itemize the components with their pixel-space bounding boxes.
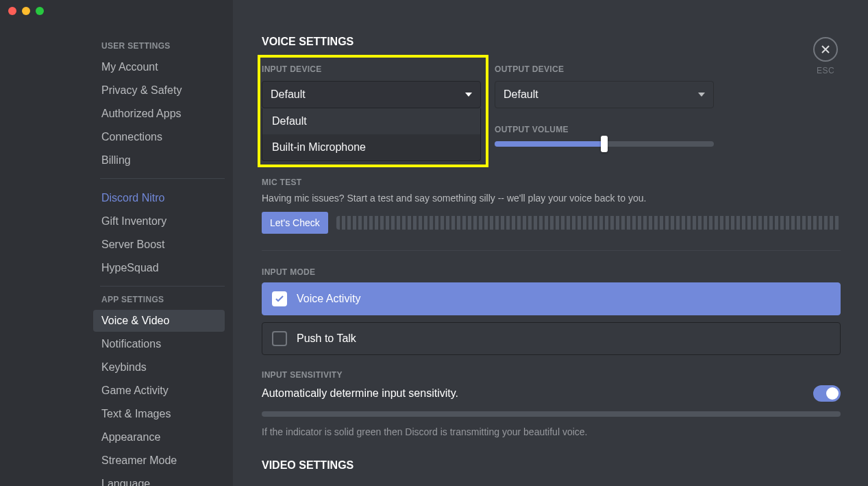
auto-sensitivity-text: Automatically determine input sensitivit… (262, 387, 458, 400)
window-maximize-dot[interactable] (36, 7, 44, 15)
push-to-talk-label: Push to Talk (297, 332, 356, 345)
sidebar-item-hypesquad[interactable]: HypeSquad (100, 257, 225, 279)
sidebar-separator (100, 178, 225, 179)
app-settings-header: APP SETTINGS (100, 295, 225, 304)
checkbox-unchecked-icon (272, 331, 287, 346)
sidebar-item-connections[interactable]: Connections (100, 126, 225, 148)
sensitivity-help-text: If the indicator is solid green then Dis… (262, 426, 841, 437)
sidebar-item-authorized-apps[interactable]: Authorized Apps (100, 103, 225, 125)
output-volume-label: OUTPUT VOLUME (495, 125, 714, 134)
input-device-dropdown: Default Built-in Microphone (262, 108, 481, 161)
input-device-value: Default (271, 88, 306, 101)
sidebar-separator (100, 286, 225, 287)
window-controls (8, 7, 44, 15)
toggle-knob (826, 387, 839, 400)
sidebar-item-language[interactable]: Language (100, 473, 225, 486)
mic-test-label: MIC TEST (262, 178, 841, 187)
sidebar-item-notifications[interactable]: Notifications (100, 333, 225, 355)
slider-thumb[interactable] (601, 136, 608, 152)
input-mode-push-to-talk[interactable]: Push to Talk (262, 322, 841, 355)
sidebar-item-streamer-mode[interactable]: Streamer Mode (100, 450, 225, 472)
content-area: ESC VOICE SETTINGS INPUT DEVICE Default … (233, 0, 868, 486)
input-mode-label: INPUT MODE (262, 267, 841, 277)
output-volume-slider[interactable] (495, 141, 714, 147)
sidebar-item-text-images[interactable]: Text & Images (100, 403, 225, 425)
sidebar-item-game-activity[interactable]: Game Activity (100, 380, 225, 402)
close-icon (813, 37, 838, 62)
settings-sidebar: USER SETTINGS My Account Privacy & Safet… (0, 0, 233, 486)
user-settings-header: USER SETTINGS (100, 41, 225, 51)
chevron-down-icon (465, 93, 472, 97)
sensitivity-indicator-bar (262, 411, 841, 417)
input-device-select[interactable]: Default (262, 81, 481, 108)
close-button[interactable]: ESC (813, 37, 838, 75)
chevron-down-icon (698, 93, 705, 97)
sidebar-item-server-boost[interactable]: Server Boost (100, 234, 225, 256)
input-mode-voice-activity[interactable]: Voice Activity (262, 282, 841, 315)
input-device-option-builtin-mic[interactable]: Built-in Microphone (262, 134, 480, 160)
input-device-label: INPUT DEVICE (262, 64, 481, 74)
sidebar-item-gift-inventory[interactable]: Gift Inventory (100, 210, 225, 232)
mic-test-help: Having mic issues? Start a test and say … (262, 193, 841, 204)
output-device-value: Default (504, 88, 538, 101)
output-device-select[interactable]: Default (495, 81, 714, 108)
divider (262, 250, 841, 251)
auto-sensitivity-toggle[interactable] (813, 385, 841, 402)
close-label: ESC (817, 66, 834, 75)
output-device-label: OUTPUT DEVICE (495, 64, 714, 74)
checkbox-checked-icon (272, 291, 287, 306)
page-title: VOICE SETTINGS (262, 36, 841, 48)
sidebar-item-discord-nitro[interactable]: Discord Nitro (100, 187, 225, 209)
video-settings-title: VIDEO SETTINGS (262, 459, 841, 472)
sidebar-item-appearance[interactable]: Appearance (100, 426, 225, 448)
sidebar-item-keybinds[interactable]: Keybinds (100, 356, 225, 378)
voice-activity-label: Voice Activity (297, 293, 360, 305)
mic-vu-meter (336, 216, 841, 230)
sidebar-item-my-account[interactable]: My Account (100, 56, 225, 78)
input-device-option-default[interactable]: Default (262, 108, 480, 134)
window-minimize-dot[interactable] (22, 7, 30, 15)
sidebar-item-billing[interactable]: Billing (100, 149, 225, 171)
input-sensitivity-label: INPUT SENSITIVITY (262, 370, 841, 380)
window-close-dot[interactable] (8, 7, 16, 15)
sidebar-item-voice-video[interactable]: Voice & Video (93, 310, 225, 332)
sidebar-item-privacy-safety[interactable]: Privacy & Safety (100, 80, 225, 101)
lets-check-button[interactable]: Let's Check (262, 212, 328, 234)
slider-fill (495, 141, 604, 147)
